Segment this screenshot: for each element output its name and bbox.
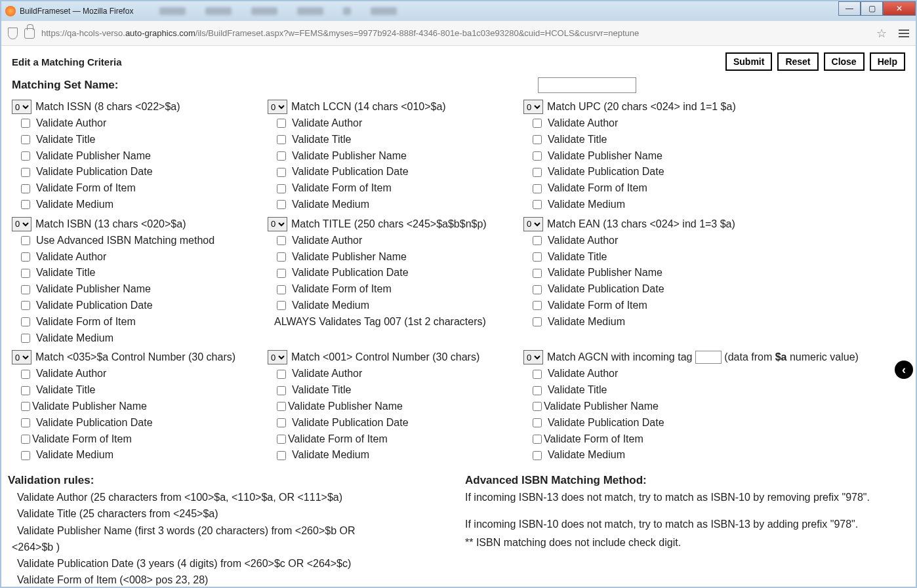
validate-checkbox[interactable]	[533, 370, 542, 379]
validate-label: Validate Title	[36, 265, 95, 281]
validate-checkbox[interactable]	[21, 200, 30, 209]
bookmark-star-icon[interactable]: ☆	[876, 26, 887, 41]
priority-select[interactable]: 0	[523, 350, 543, 364]
validate-checkbox[interactable]	[21, 119, 30, 128]
validate-label: Validate Medium	[36, 330, 113, 347]
validate-checkbox[interactable]	[21, 435, 30, 444]
validate-checkbox[interactable]	[277, 435, 286, 444]
close-button[interactable]: Close	[824, 52, 865, 71]
set-name-input[interactable]	[538, 77, 636, 93]
validate-checkbox[interactable]	[533, 135, 542, 144]
rule-line: <264>$b )	[12, 539, 452, 555]
validate-checkbox[interactable]	[533, 252, 542, 262]
validate-label: Validate Publication Date	[548, 281, 664, 298]
window-close-button[interactable]: ✕	[883, 1, 916, 16]
validate-checkbox[interactable]	[277, 269, 286, 278]
validate-checkbox[interactable]	[533, 317, 542, 326]
priority-select[interactable]: 0	[268, 217, 287, 231]
validate-label: Validate Publication Date	[36, 298, 153, 314]
validate-checkbox[interactable]	[277, 200, 286, 209]
validate-checkbox[interactable]	[277, 151, 286, 161]
validate-checkbox[interactable]	[21, 269, 30, 278]
validate-label: Validate Author	[36, 366, 106, 382]
submit-button[interactable]: Submit	[725, 52, 772, 71]
validate-label: Validate Author	[548, 366, 618, 382]
validate-checkbox[interactable]	[533, 418, 542, 427]
validate-checkbox[interactable]	[533, 236, 542, 245]
validate-checkbox[interactable]	[21, 184, 30, 193]
validate-checkbox[interactable]	[277, 386, 286, 395]
validate-checkbox[interactable]	[21, 135, 30, 144]
address-bar: https://qa-hcols-verso.auto-graphics.com…	[1, 21, 916, 46]
chevron-left-icon[interactable]: ‹	[895, 361, 913, 379]
window-title: BuildFrameset — Mozilla Firefox	[20, 7, 133, 16]
priority-select[interactable]: 0	[268, 100, 287, 114]
reset-button[interactable]: Reset	[777, 52, 818, 71]
validate-checkbox[interactable]	[533, 301, 542, 310]
validate-checkbox[interactable]	[21, 317, 30, 326]
validate-checkbox[interactable]	[277, 402, 286, 411]
priority-select[interactable]: 0	[523, 217, 543, 231]
validate-checkbox[interactable]	[277, 418, 286, 427]
priority-select[interactable]: 0	[12, 350, 31, 364]
validate-label: Validate Publisher Name	[288, 399, 403, 415]
validate-checkbox[interactable]	[21, 236, 30, 245]
validate-checkbox[interactable]	[277, 135, 286, 144]
validate-label: Validate Author	[548, 233, 618, 249]
validate-checkbox[interactable]	[277, 236, 286, 245]
maximize-button[interactable]: ▢	[861, 1, 883, 16]
priority-select[interactable]: 0	[12, 217, 31, 231]
validate-checkbox[interactable]	[277, 119, 286, 128]
validate-checkbox[interactable]	[533, 184, 542, 193]
isbn-rule-2: If incoming ISBN-10 does not match, try …	[465, 517, 905, 532]
shield-icon[interactable]	[8, 28, 18, 39]
priority-select[interactable]: 0	[268, 350, 287, 364]
validate-label: Validate Medium	[548, 447, 625, 463]
validate-label: Validate Publisher Name	[292, 148, 407, 165]
agcn-tag-input[interactable]	[695, 351, 722, 364]
validate-checkbox[interactable]	[277, 252, 286, 262]
validate-checkbox[interactable]	[21, 386, 30, 395]
validate-checkbox[interactable]	[21, 252, 30, 262]
validate-checkbox[interactable]	[21, 151, 30, 161]
validate-checkbox[interactable]	[21, 451, 30, 460]
minimize-button[interactable]: —	[838, 1, 861, 16]
validate-checkbox[interactable]	[533, 386, 542, 395]
priority-select[interactable]: 0	[523, 100, 543, 114]
validate-checkbox[interactable]	[277, 184, 286, 193]
validate-checkbox[interactable]	[533, 435, 542, 444]
validate-checkbox[interactable]	[277, 451, 286, 460]
validate-checkbox[interactable]	[21, 334, 30, 343]
validate-checkbox[interactable]	[533, 269, 542, 278]
help-button[interactable]: Help	[870, 52, 905, 71]
validate-checkbox[interactable]	[533, 200, 542, 209]
priority-select[interactable]: 0	[12, 100, 31, 114]
validate-checkbox[interactable]	[533, 451, 542, 460]
validate-checkbox[interactable]	[533, 151, 542, 161]
lock-icon[interactable]	[24, 28, 35, 39]
validate-checkbox[interactable]	[21, 168, 30, 177]
validate-checkbox[interactable]	[277, 168, 286, 177]
validate-checkbox[interactable]	[21, 301, 30, 310]
validate-checkbox[interactable]	[533, 285, 542, 294]
validate-label: Validate Publisher Name	[292, 249, 407, 265]
validate-checkbox[interactable]	[533, 119, 542, 128]
validate-checkbox[interactable]	[277, 301, 286, 310]
url-text[interactable]: https://qa-hcols-verso.auto-graphics.com…	[41, 28, 870, 38]
validate-checkbox[interactable]	[533, 402, 542, 411]
validate-label: Validate Medium	[548, 314, 625, 330]
validate-label: Validate Publication Date	[548, 164, 664, 180]
validate-checkbox[interactable]	[277, 370, 286, 379]
match-title: Match ISBN (13 chars <020>$a)	[35, 218, 186, 230]
validate-checkbox[interactable]	[533, 168, 542, 177]
validate-checkbox[interactable]	[21, 418, 30, 427]
validate-label: Validate Publisher Name	[36, 281, 151, 298]
url-prefix: https://qa-hcols-verso.	[41, 28, 125, 38]
validate-checkbox[interactable]	[21, 285, 30, 294]
validate-label: Validate Form of Item	[36, 180, 136, 197]
validate-checkbox[interactable]	[21, 402, 30, 411]
match-title: Match EAN (13 chars <024> ind 1=3 $a)	[547, 218, 735, 230]
validate-checkbox[interactable]	[21, 370, 30, 379]
hamburger-menu-icon[interactable]	[899, 29, 909, 37]
validate-checkbox[interactable]	[277, 285, 286, 294]
